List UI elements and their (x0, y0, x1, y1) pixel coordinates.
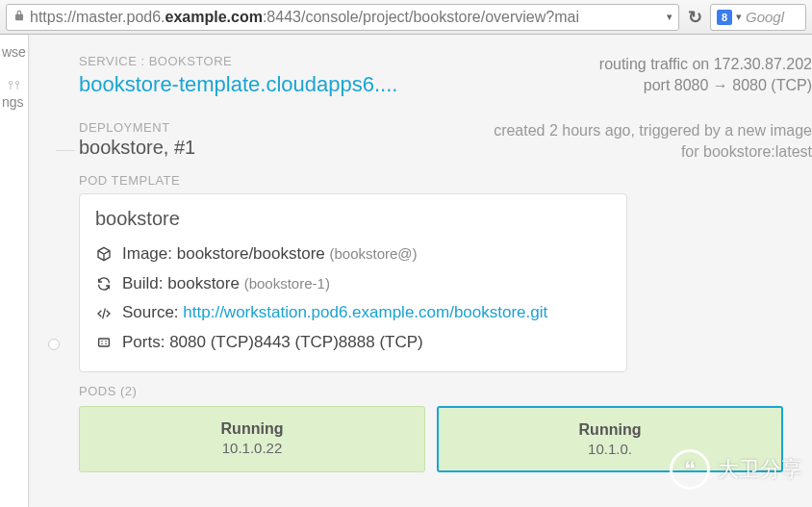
svg-rect-0 (99, 339, 110, 346)
image-row: Image: bookstore/bookstore (bookstore@) (95, 240, 611, 269)
routing-info: routing traffic on 172.30.87.202 port 80… (599, 54, 812, 95)
build-row: Build: bookstore (bookstore-1) (95, 269, 611, 299)
reload-button[interactable]: ↻ (683, 6, 706, 29)
deployment-label: DEPLOYMENT (79, 120, 195, 135)
google-icon: 8 (717, 10, 732, 25)
url-host: example.com (165, 9, 263, 25)
ports-icon (95, 335, 113, 350)
cube-icon (95, 246, 113, 262)
ports-value: 8080 (TCP)8443 (TCP)8888 (TCP) (169, 333, 423, 351)
pod-status: Running (88, 420, 417, 438)
image-label: Image: (122, 244, 172, 263)
created-line2: for bookstore:latest (215, 141, 812, 163)
pod-template-card: bookstore Image: bookstore/bookstore (bo… (79, 193, 627, 371)
ports-row: Ports: 8080 (TCP)8443 (TCP)8888 (TCP) (95, 328, 611, 358)
sidebar-label: ngs (2, 94, 24, 110)
source-label: Source: (122, 303, 179, 321)
search-placeholder: Googl (746, 9, 784, 25)
divider (56, 150, 75, 151)
deployment-title: bookstore, #1 (79, 137, 195, 159)
routing-line1: routing traffic on 172.30.87.202 (599, 54, 812, 75)
url-text: https://master.pod6.example.com:8443/con… (30, 9, 663, 26)
pod-template-label: POD TEMPLATE (79, 173, 812, 188)
sidebar-item-settings[interactable]: ⫯⫯ ngs (0, 77, 28, 110)
build-sub: (bookstore-1) (244, 275, 330, 292)
url-suffix: :8443/console/project/bookstore/overview… (263, 9, 579, 25)
source-link[interactable]: http://workstation.pod6.example.com/book… (183, 303, 547, 321)
pod-card[interactable]: Running 10.1.0.22 (79, 406, 425, 472)
refresh-icon (95, 276, 113, 292)
watermark: ❝ 大卫分享 (670, 449, 802, 490)
url-dropdown-icon[interactable]: ▾ (667, 11, 672, 23)
search-engine-dropdown-icon[interactable]: ▾ (736, 11, 742, 23)
url-bar[interactable]: https://master.pod6.example.com:8443/con… (6, 4, 679, 31)
main-content: SERVICE : BOOKSTORE bookstore-template.c… (29, 35, 812, 507)
watermark-text: 大卫分享 (718, 455, 802, 484)
code-icon (95, 306, 113, 321)
pod-ip: 10.1.0.22 (88, 440, 417, 456)
deployment-header: DEPLOYMENT bookstore, #1 created 2 hours… (79, 120, 812, 162)
sliders-icon: ⫯⫯ (2, 77, 21, 92)
pod-status: Running (446, 421, 774, 439)
pods-label: PODS (2) (79, 384, 812, 398)
source-row: Source: http://workstation.pod6.example.… (95, 298, 611, 328)
service-label: SERVICE : BOOKSTORE (79, 54, 580, 68)
pod-template-title: bookstore (95, 208, 611, 230)
sidebar: wse ⫯⫯ ngs (0, 35, 29, 507)
image-value: bookstore/bookstore (177, 244, 325, 263)
created-line1: created 2 hours ago, triggered by a new … (215, 120, 812, 141)
image-sub: (bookstore@) (330, 245, 418, 262)
service-header: SERVICE : BOOKSTORE bookstore-template.c… (79, 54, 812, 97)
deployment-created: created 2 hours ago, triggered by a new … (215, 120, 812, 162)
search-box[interactable]: 8 ▾ Googl (710, 4, 806, 31)
wechat-icon: ❝ (670, 449, 710, 490)
url-prefix: https://master.pod6. (30, 9, 165, 25)
service-route-link[interactable]: bookstore-template.cloudapps6.... (79, 72, 397, 96)
sidebar-label: wse (2, 44, 26, 60)
ports-label: Ports: (122, 333, 165, 351)
lock-icon (13, 9, 26, 26)
sidebar-item-browse[interactable]: wse (0, 44, 28, 60)
routing-line2: port 8080 → 8080 (TCP) (599, 75, 812, 96)
timeline-marker-icon (48, 339, 60, 350)
build-value: bookstore (167, 274, 240, 292)
browser-toolbar: https://master.pod6.example.com:8443/con… (0, 0, 812, 35)
build-label: Build: (122, 274, 164, 292)
